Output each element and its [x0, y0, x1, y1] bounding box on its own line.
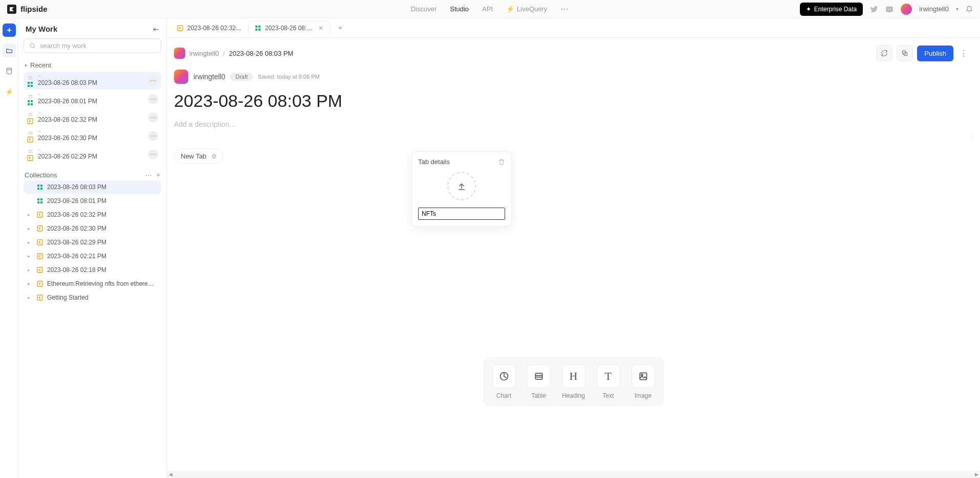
new-tab-pill[interactable]: New Tab ⚙	[174, 149, 224, 164]
svg-rect-15	[37, 188, 39, 190]
collapse-sidebar-icon[interactable]: ⇤	[153, 25, 159, 33]
topbar: flipside Discover Studio API ⚡LiveQuery …	[0, 0, 980, 18]
enterprise-data-button[interactable]: ✦Enterprise Data	[800, 3, 863, 16]
avatar[interactable]	[901, 4, 912, 15]
insert-chart[interactable]: Chart	[492, 365, 516, 399]
nav-more[interactable]: ⋯	[560, 4, 569, 14]
item-menu[interactable]: ⋯	[148, 94, 158, 104]
sidebar: My Work ⇤ ▾Recent 🗀~2023-08-26 08:03 PM⋯…	[18, 18, 167, 478]
insert-text[interactable]: TText	[597, 365, 620, 399]
tab-label: 2023-08-26 02:32...	[187, 25, 241, 32]
collection-item-label: 2023-08-26 02:30 PM	[47, 225, 157, 232]
tabs-row: 2023-08-26 02:32...2023-08-26 08:03...✕ …	[167, 18, 980, 38]
svg-rect-14	[40, 185, 42, 187]
item-menu[interactable]: ⋯	[148, 131, 158, 141]
twitter-icon[interactable]	[870, 5, 878, 13]
bolt-button[interactable]: ⚡	[3, 85, 16, 98]
collection-item[interactable]: ▸2023-08-26 02:29 PM	[24, 236, 161, 249]
collection-item[interactable]: ▸2023-08-26 02:18 PM	[24, 263, 161, 277]
recent-item[interactable]: 🗀~2023-08-26 02:32 PM⋯	[24, 109, 161, 126]
collection-item[interactable]: 2023-08-26 08:03 PM	[24, 180, 161, 194]
recent-item[interactable]: 🗀~2023-08-26 02:29 PM⋯	[24, 146, 161, 163]
new-button[interactable]	[3, 24, 16, 37]
sidebar-title: My Work	[26, 25, 57, 33]
insert-heading[interactable]: HHeading	[562, 365, 585, 399]
upload-image-button[interactable]	[447, 172, 476, 200]
gear-icon[interactable]: ⚙	[211, 153, 217, 160]
doc-icon	[27, 100, 33, 106]
breadcrumb-avatar	[174, 48, 185, 59]
chevron-right-icon[interactable]: ▸	[28, 212, 33, 217]
chevron-right-icon[interactable]: ▸	[28, 226, 33, 231]
page-title[interactable]: 2023-08-26 08:03 PM	[174, 91, 970, 111]
collection-item[interactable]: ▸2023-08-26 02:32 PM	[24, 208, 161, 221]
item-menu[interactable]: ⋯	[148, 149, 158, 160]
recent-item-label: 2023-08-26 02:32 PM	[38, 116, 97, 124]
nav-studio[interactable]: Studio	[450, 5, 469, 13]
close-tab-icon[interactable]: ✕	[318, 25, 323, 32]
path-tilde: ~	[38, 74, 97, 79]
recent-item[interactable]: 🗀~2023-08-26 08:01 PM⋯	[24, 90, 161, 108]
path-tilde: ~	[38, 148, 97, 153]
brand[interactable]: flipside	[7, 5, 48, 14]
search-box[interactable]	[24, 38, 161, 53]
editor-tab[interactable]: 2023-08-26 08:03...✕	[248, 21, 330, 35]
tab-name-input[interactable]	[418, 208, 505, 220]
folder-icon: 🗀	[28, 130, 33, 135]
chevron-right-icon[interactable]: ▸	[28, 281, 33, 286]
recent-item[interactable]: 🗀~2023-08-26 08:03 PM⋯	[24, 72, 161, 89]
recent-item[interactable]: 🗀~2023-08-26 02:30 PM⋯	[24, 127, 161, 145]
chevron-right-icon[interactable]: ▸	[28, 254, 33, 259]
item-menu[interactable]: ⋯	[148, 112, 158, 123]
item-menu[interactable]: ⋯	[148, 76, 158, 86]
doc-user[interactable]: irwingtell0	[193, 73, 225, 81]
search-input[interactable]	[40, 42, 156, 50]
chevron-down-icon[interactable]: ▾	[956, 6, 959, 12]
collection-item[interactable]: 2023-08-26 08:01 PM	[24, 194, 161, 208]
insert-bar: Chart Table HHeading TText Image	[483, 357, 664, 406]
bell-icon[interactable]	[966, 6, 973, 13]
document-body: irwingtell0 Draft Saved: today at 8:06 P…	[167, 66, 980, 478]
folder-button[interactable]	[3, 44, 16, 57]
nav-livequery[interactable]: ⚡LiveQuery	[506, 5, 547, 13]
collections-more[interactable]: ⋯	[145, 171, 152, 179]
publish-button[interactable]: Publish	[917, 45, 953, 61]
horizontal-scrollbar[interactable]: ◀▶	[167, 471, 980, 478]
recent-label: Recent	[30, 61, 51, 69]
refresh-button[interactable]	[876, 45, 892, 61]
saved-text: Saved: today at 8:06 PM	[258, 74, 319, 80]
svg-rect-8	[28, 103, 30, 105]
recent-header[interactable]: ▾Recent	[24, 59, 161, 71]
copy-button[interactable]	[897, 45, 913, 61]
more-button[interactable]: ⋮	[957, 49, 970, 58]
doc-icon	[37, 281, 43, 287]
trash-icon[interactable]	[498, 158, 505, 166]
resize-handle[interactable]: ⟋	[968, 132, 976, 141]
collection-item[interactable]: ▸Ethereum:Retrieving nfts from ethereum.…	[24, 277, 161, 290]
add-tab-button[interactable]: +	[334, 22, 346, 34]
svg-rect-30	[258, 26, 260, 28]
collection-item[interactable]: ▸2023-08-26 02:21 PM	[24, 249, 161, 263]
editor-tab[interactable]: 2023-08-26 02:32...	[171, 21, 247, 35]
username[interactable]: irwingtell0	[919, 5, 949, 13]
svg-point-0	[7, 68, 11, 70]
sparkle-icon: ✦	[806, 6, 811, 13]
insert-heading-label: Heading	[562, 392, 585, 399]
doc-icon	[37, 184, 43, 190]
database-button[interactable]	[3, 64, 16, 78]
nav-api[interactable]: API	[482, 5, 493, 13]
insert-table[interactable]: Table	[527, 365, 551, 399]
collection-item[interactable]: ▸2023-08-26 02:30 PM	[24, 222, 161, 235]
collection-item[interactable]: ▸Getting Started	[24, 291, 161, 304]
recent-item-label: 2023-08-26 08:03 PM	[38, 79, 97, 87]
discord-icon[interactable]	[885, 5, 894, 13]
insert-image[interactable]: Image	[631, 365, 655, 399]
breadcrumb-user[interactable]: irwingtell0	[189, 50, 219, 57]
chevron-right-icon[interactable]: ▸	[28, 295, 33, 300]
description-input[interactable]: Add a description...	[174, 120, 970, 128]
nav-discover[interactable]: Discover	[411, 5, 437, 13]
collections-add[interactable]: +	[156, 171, 160, 179]
doc-icon	[37, 267, 43, 273]
chevron-right-icon[interactable]: ▸	[28, 240, 33, 245]
chevron-right-icon[interactable]: ▸	[28, 267, 33, 272]
